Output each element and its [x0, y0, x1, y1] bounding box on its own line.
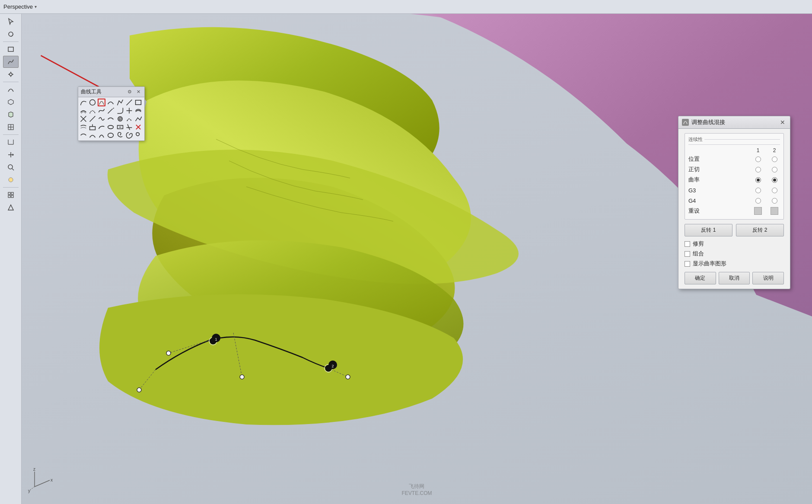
checkbox-show-curvature[interactable] [685, 261, 690, 267]
checkbox-combine-row: 组合 [685, 250, 784, 258]
radio-tangent-2[interactable] [771, 166, 778, 173]
tool-analyze[interactable] [3, 161, 19, 173]
confirm-button[interactable]: 确定 [685, 272, 716, 284]
tool-line[interactable] [125, 99, 133, 106]
tool-curve[interactable] [3, 83, 19, 96]
tool-arc[interactable] [107, 99, 115, 106]
tool-rectangle[interactable] [3, 43, 19, 55]
reverse-buttons-row: 反转 1 反转 2 [685, 224, 784, 236]
tool-blend-curve[interactable] [3, 56, 19, 68]
svg-point-53 [108, 133, 114, 137]
tool-spiral[interactable] [125, 131, 133, 139]
tool-curve-edit2[interactable] [89, 131, 96, 139]
tool-fair[interactable] [107, 115, 115, 123]
tool-helix[interactable] [134, 131, 142, 139]
row-reset: 重设 [688, 207, 780, 215]
reset-box-2[interactable] [771, 207, 778, 215]
tool-osnap[interactable] [3, 201, 19, 214]
axes-indicator: x z y [28, 467, 54, 493]
tool-curve-edit1[interactable] [80, 131, 87, 139]
y-axis-label: y [28, 488, 30, 493]
tool-ellipse[interactable] [107, 131, 115, 139]
tool-render[interactable] [3, 174, 19, 186]
tool-explode[interactable] [80, 115, 87, 123]
radio-curvature-1[interactable] [754, 176, 762, 184]
svg-line-38 [126, 100, 132, 105]
tool-dim[interactable] [3, 136, 19, 148]
checkbox-combine[interactable] [685, 251, 690, 257]
tool-fillet[interactable] [116, 107, 124, 115]
tool-rebuild[interactable] [125, 115, 133, 123]
tool-layer[interactable] [3, 189, 19, 201]
tool-simplify[interactable] [134, 115, 142, 123]
panel-header-icons: ⚙ ✕ [126, 89, 142, 96]
tool-interpolate[interactable] [98, 107, 105, 115]
svg-point-25 [166, 351, 171, 355]
radio-position-1[interactable] [754, 155, 762, 163]
tool-join[interactable] [89, 115, 96, 123]
tool-point[interactable] [3, 68, 19, 80]
tool-smooth[interactable] [116, 115, 124, 123]
tool-contour[interactable] [107, 123, 115, 131]
tool-match[interactable] [98, 115, 105, 123]
blend-dialog-titlebar[interactable]: 调整曲线混接 ✕ [678, 116, 790, 129]
radio-g4-2[interactable] [771, 197, 778, 204]
tool-select[interactable] [3, 16, 19, 28]
tool-conic[interactable] [89, 107, 96, 115]
help-button[interactable]: 说明 [752, 272, 784, 284]
blend-dialog-close[interactable]: ✕ [779, 118, 787, 126]
radio-curvature-2[interactable] [771, 176, 778, 184]
tool-circle[interactable] [89, 99, 96, 106]
checkbox-trim[interactable] [685, 241, 690, 247]
radio-g3-2[interactable] [771, 186, 778, 194]
continuity-section: 连续性 1 2 位置 正切 [685, 133, 784, 220]
tool-extend[interactable] [107, 107, 115, 115]
curve-tools-panel: 曲线工具 ⚙ ✕ [78, 86, 145, 141]
svg-line-40 [108, 109, 112, 113]
tool-convert[interactable] [116, 123, 124, 131]
label-show-curvature: 显示曲率图形 [693, 260, 726, 268]
curve-tools-panel-header[interactable]: 曲线工具 ⚙ ✕ [78, 87, 144, 97]
toolbar-divider-1 [3, 41, 19, 42]
radio-g3-1[interactable] [754, 186, 762, 194]
radio-tangent-1[interactable] [754, 166, 762, 173]
tool-surface[interactable] [3, 96, 19, 108]
checkbox-trim-row: 修剪 [685, 240, 784, 248]
tool-solid[interactable] [3, 108, 19, 121]
tool-delete-shortcut[interactable] [134, 123, 142, 131]
radio-g4-1[interactable] [754, 197, 762, 204]
reverse-1-button[interactable]: 反转 1 [685, 224, 732, 236]
tool-trim[interactable] [125, 107, 133, 115]
tool-offset-curve[interactable] [80, 107, 87, 115]
col-2-header: 2 [771, 147, 778, 153]
tool-pull[interactable] [89, 123, 96, 131]
tool-polyline[interactable] [116, 99, 124, 106]
tool-transform[interactable] [3, 149, 19, 161]
tool-spiro[interactable] [116, 131, 124, 139]
blend-dialog: 调整曲线混接 ✕ 连续性 1 2 位置 [678, 116, 790, 289]
radio-position-2[interactable] [771, 155, 778, 163]
reset-box-1[interactable] [754, 207, 762, 215]
tool-freeform-curve[interactable] [80, 99, 87, 106]
tool-mesh[interactable] [3, 121, 19, 133]
tool-project[interactable] [80, 123, 87, 131]
cancel-button[interactable]: 取消 [719, 272, 750, 284]
tool-rotate-view[interactable] [3, 28, 19, 40]
tool-crv-surface[interactable] [98, 123, 105, 131]
row-curvature: 曲率 [688, 176, 780, 184]
label-curvature: 曲率 [688, 176, 754, 184]
svg-rect-39 [135, 100, 141, 105]
continuity-table: 1 2 位置 正切 [688, 147, 780, 215]
tool-cross-section[interactable] [125, 123, 133, 131]
tool-arc2[interactable] [98, 131, 105, 139]
viewport-label[interactable]: Perspective ▾ [3, 3, 37, 10]
label-tangent: 正切 [688, 166, 754, 173]
radio-group-position [754, 155, 780, 163]
panel-settings-btn[interactable]: ⚙ [126, 89, 133, 96]
reverse-2-button[interactable]: 反转 2 [736, 224, 784, 236]
tool-divide[interactable] [134, 107, 142, 115]
radio-group-g3 [754, 186, 780, 194]
tool-blend[interactable] [98, 99, 105, 106]
panel-close-btn[interactable]: ✕ [135, 89, 142, 96]
tool-rectangle-curve[interactable] [134, 99, 142, 106]
